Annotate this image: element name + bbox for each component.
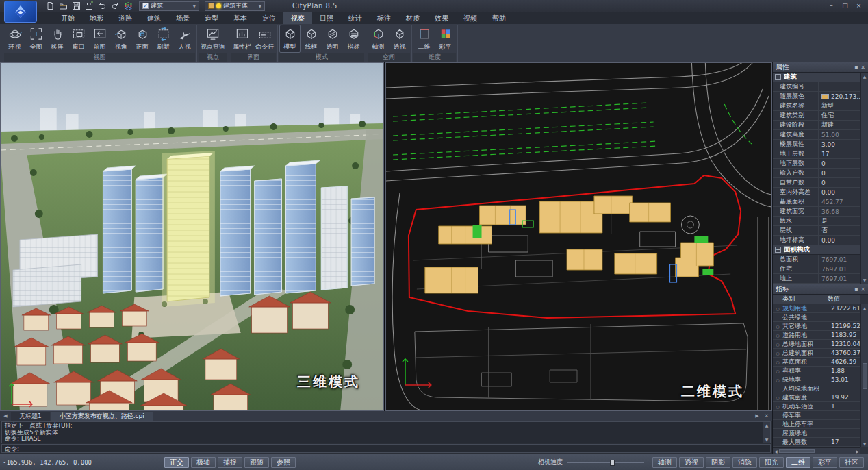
- indicator-row[interactable]: ○基底面积4626.59: [773, 358, 860, 367]
- property-row[interactable]: 随层颜色220,173...: [773, 92, 860, 101]
- viewport-2d[interactable]: 二维模式: [385, 62, 772, 411]
- property-row[interactable]: 层线否: [773, 226, 860, 236]
- menu-tab-5[interactable]: 场景: [168, 12, 197, 24]
- menu-tab-1[interactable]: 开始: [53, 12, 82, 24]
- property-row[interactable]: 室内外高差0.00: [773, 188, 860, 197]
- scroll-down-icon[interactable]: ▼: [765, 437, 769, 442]
- property-row[interactable]: 基底面积452.77: [773, 197, 860, 207]
- menu-tab-3[interactable]: 道路: [111, 12, 140, 24]
- app-logo-icon[interactable]: [4, 1, 37, 23]
- command-tab-1[interactable]: 无标题1: [11, 412, 50, 421]
- ribbon-button-refresh[interactable]: 刷新: [153, 25, 174, 53]
- property-row[interactable]: 住宅7697.01: [773, 264, 860, 274]
- indicator-row[interactable]: ○道路用地1183.95: [773, 331, 860, 340]
- properties-scrollbar[interactable]: ▲ ▼: [860, 73, 868, 284]
- status-toggle-2[interactable]: 极轴: [191, 457, 216, 468]
- property-row[interactable]: 地上层数17: [773, 149, 860, 159]
- indicator-scrollbar[interactable]: ▲ ▼: [860, 304, 868, 447]
- property-row[interactable]: 建筑类别住宅: [773, 111, 860, 121]
- ribbon-button-model[interactable]: 模型: [279, 25, 301, 53]
- ribbon-button-indicator[interactable]: 指标: [343, 25, 364, 53]
- ribbon-button-cmdline[interactable]: 命令行: [253, 25, 276, 53]
- status-toggle-4[interactable]: 跟随: [244, 457, 269, 468]
- scroll-up-icon[interactable]: ▲: [765, 423, 769, 428]
- indicator-row[interactable]: 人均绿地面积: [773, 384, 860, 393]
- view-button-1[interactable]: 轴测: [652, 457, 677, 468]
- property-row[interactable]: 地下层数0: [773, 159, 860, 169]
- view-button-5[interactable]: 阳光: [759, 457, 784, 468]
- scroll-down-icon[interactable]: ▼: [863, 277, 867, 282]
- menu-tab-13[interactable]: 材质: [398, 12, 427, 24]
- status-toggle-3[interactable]: 捕捉: [218, 457, 242, 468]
- ribbon-button-chart[interactable]: 视点查询: [199, 25, 227, 53]
- scrollbar-thumb[interactable]: [779, 449, 815, 453]
- menu-tab-16[interactable]: 帮助: [485, 12, 513, 24]
- property-row[interactable]: 楼层属性3.00: [773, 140, 860, 149]
- indicator-row[interactable]: 公共绿地: [773, 313, 860, 322]
- ribbon-button-window[interactable]: 窗口: [68, 25, 89, 53]
- property-row[interactable]: 建筑编号: [773, 82, 860, 92]
- property-row[interactable]: 地坪标高0.00: [773, 236, 860, 245]
- layer-dropdown[interactable]: ✓ 建筑 ▼: [139, 1, 199, 11]
- redo-icon[interactable]: [110, 1, 120, 11]
- indicator-row[interactable]: 最大层数17: [773, 438, 860, 447]
- section-header[interactable]: −建筑: [773, 73, 860, 82]
- menu-tab-15[interactable]: 视频: [456, 12, 485, 24]
- ribbon-button-wire[interactable]: 线框: [301, 25, 322, 53]
- property-row[interactable]: 建筑高度51.00: [773, 130, 860, 140]
- scrollbar-thumb[interactable]: [863, 363, 867, 389]
- menu-tab-11[interactable]: 统计: [341, 12, 370, 24]
- scroll-up-icon[interactable]: ▲: [863, 74, 867, 79]
- scroll-down-icon[interactable]: ▼: [863, 441, 867, 446]
- ribbon-button-pan[interactable]: 移屏: [47, 25, 68, 53]
- ribbon-button-person[interactable]: 人视: [174, 25, 195, 53]
- close-icon[interactable]: ✕: [860, 286, 865, 293]
- view-button-7[interactable]: 彩平: [813, 457, 837, 468]
- indicator-row[interactable]: ○建筑密度19.92: [773, 393, 860, 402]
- view-button-2[interactable]: 透视: [679, 457, 704, 468]
- layers-icon[interactable]: [123, 1, 133, 11]
- tab-scroll-left-icon[interactable]: ◀: [1, 413, 10, 419]
- undo-icon[interactable]: [97, 1, 107, 11]
- maximize-button[interactable]: □: [839, 1, 851, 10]
- ribbon-button-front[interactable]: 正面: [131, 25, 153, 53]
- property-row[interactable]: 建设阶段新建: [773, 121, 860, 130]
- property-row[interactable]: 建筑名称新型: [773, 101, 860, 111]
- scroll-left-icon[interactable]: ◀: [774, 449, 778, 454]
- menu-tab-2[interactable]: 地形: [82, 12, 111, 24]
- collapse-icon[interactable]: −: [775, 74, 781, 80]
- ribbon-button-angle[interactable]: 视角: [110, 25, 131, 53]
- indicator-row[interactable]: ○其它绿地12199.52: [773, 322, 860, 331]
- ribbon-button-extents[interactable]: 全图: [25, 25, 47, 53]
- status-toggle-5[interactable]: 参照: [271, 457, 296, 468]
- command-tab-2[interactable]: 小区方案发布存视点、路径.cpi: [51, 412, 153, 421]
- indicator-row[interactable]: ○总绿地面积12310.04: [773, 340, 860, 349]
- pin-icon[interactable]: ▪: [854, 64, 858, 71]
- view-button-8[interactable]: 社区: [839, 457, 864, 468]
- new-file-icon[interactable]: [45, 1, 55, 11]
- save-as-icon[interactable]: [84, 1, 94, 11]
- menu-tab-7[interactable]: 基本: [226, 12, 255, 24]
- indicator-row[interactable]: ○总建筑面积43760.37: [773, 349, 860, 358]
- menu-tab-9[interactable]: 视察: [283, 12, 312, 24]
- view-button-4[interactable]: 消隐: [732, 457, 757, 468]
- save-icon[interactable]: [71, 1, 81, 11]
- indicator-hscrollbar[interactable]: ◀ ▶: [773, 447, 860, 454]
- menu-tab-8[interactable]: 定位: [255, 12, 283, 24]
- close-icon[interactable]: ✕: [860, 64, 865, 71]
- property-row[interactable]: 散水是: [773, 217, 860, 226]
- minimize-button[interactable]: –: [826, 1, 837, 10]
- indicator-row[interactable]: ○机动车泊位1: [773, 402, 860, 411]
- menu-tab-14[interactable]: 效果: [427, 12, 456, 24]
- viewport-3d[interactable]: 三维模式: [0, 62, 384, 411]
- pin-icon[interactable]: ▪: [854, 286, 858, 293]
- ribbon-button-axo[interactable]: 轴测: [368, 25, 389, 53]
- menu-tab-12[interactable]: 标注: [370, 12, 398, 24]
- indicator-row[interactable]: 屋顶绿地: [773, 429, 860, 438]
- indicator-row[interactable]: 地上停车率: [773, 420, 860, 429]
- indicator-row[interactable]: ○容积率1.88: [773, 367, 860, 375]
- ribbon-button-bars[interactable]: 属性栏: [231, 25, 253, 53]
- open-file-icon[interactable]: [58, 1, 68, 11]
- property-row[interactable]: 输入户数0: [773, 169, 860, 178]
- view-button-3[interactable]: 阴影: [706, 457, 730, 468]
